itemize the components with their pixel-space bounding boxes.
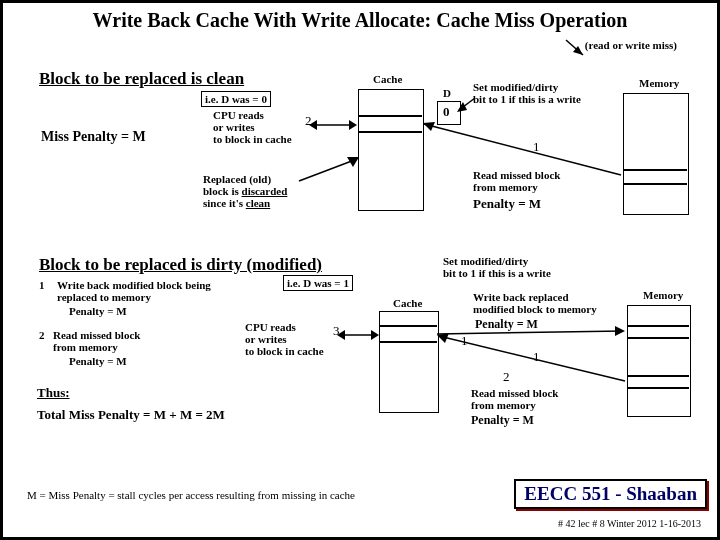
sec2-total: Total Miss Penalty = M + M = 2M — [37, 407, 225, 423]
slide-title: Write Back Cache With Write Allocate: Ca… — [3, 9, 717, 32]
sec2-cpu-text: CPU reads or writes to block in cache — [245, 321, 324, 357]
sec1-arrow-replaced — [297, 157, 371, 197]
sec2-thus: Thus: — [37, 385, 70, 401]
sec2-dwas-box: i.e. D was = 1 — [283, 275, 353, 291]
svg-marker-10 — [457, 102, 467, 112]
sec2-heading: Block to be replaced is dirty (modified) — [39, 255, 322, 275]
sec2-memory-box — [627, 305, 691, 417]
sec2-cache-row1 — [379, 325, 437, 327]
sec1-heading: Block to be replaced is clean — [39, 69, 244, 89]
sec2-mem-r2 — [627, 337, 689, 339]
sec2-cache-row2 — [379, 341, 437, 343]
footer-meta: # 42 lec # 8 Winter 2012 1-16-2013 — [558, 518, 701, 529]
svg-marker-4 — [309, 120, 317, 130]
sec2-s1: 1 — [39, 279, 45, 291]
sec2-step1: Write back modified block being replaced… — [57, 279, 211, 303]
sec2-step2p: Penalty = M — [69, 355, 127, 367]
sec1-arrow-cpu-cache — [311, 107, 371, 137]
svg-marker-13 — [337, 330, 345, 340]
section-clean: Block to be replaced is clean i.e. D was… — [3, 51, 717, 251]
slide: Write Back Cache With Write Allocate: Ca… — [0, 0, 720, 540]
svg-line-16 — [439, 336, 625, 381]
svg-marker-3 — [349, 120, 357, 130]
svg-marker-12 — [371, 330, 379, 340]
sec1-D-label: D — [443, 87, 451, 99]
sec1-dwas-box: i.e. D was = 0 — [201, 91, 271, 107]
sec1-replaced: Replaced (old)block is discardedsince it… — [203, 173, 287, 209]
sec2-mem-r4 — [627, 387, 689, 389]
sec2-writeback: Write back replaced modified block to me… — [473, 291, 597, 315]
sec1-cpu-text: CPU reads or writes to block in cache — [213, 109, 292, 145]
sec2-step1p: Penalty = M — [69, 305, 127, 317]
sec1-memory-label: Memory — [639, 77, 679, 89]
section-dirty: Block to be replaced is dirty (modified)… — [3, 255, 717, 465]
sec1-penalty: Penalty = M — [473, 196, 541, 212]
sec2-cache-label: Cache — [393, 297, 422, 309]
sec1-arrow-mem-cache — [423, 117, 633, 187]
sec2-memory-label: Memory — [643, 289, 683, 301]
course-logo: EECC 551 - Shaaban — [514, 479, 707, 509]
svg-line-7 — [299, 159, 357, 181]
sec2-mem-r3 — [627, 375, 689, 377]
sec1-setmod: Set modified/dirty bit to 1 if this is a… — [473, 81, 581, 105]
sec1-cache-label: Cache — [373, 73, 402, 85]
footer-definition: M = Miss Penalty = stall cycles per acce… — [27, 489, 355, 501]
sec2-arrow-cpu — [339, 325, 387, 345]
sec2-step2: Read missed block from memory — [53, 329, 140, 353]
sec1-arrow-dbit — [455, 96, 481, 116]
sec2-arrow2-from-mem — [437, 333, 635, 393]
sec2-setmod: Set modified/dirty bit to 1 if this is a… — [443, 255, 551, 279]
sec2-penalty2: Penalty = M — [471, 413, 534, 428]
sec2-mem-r1 — [627, 325, 689, 327]
svg-line-5 — [424, 124, 621, 175]
sec1-miss-penalty: Miss Penalty = M — [41, 129, 146, 145]
sec2-s2: 2 — [39, 329, 45, 341]
